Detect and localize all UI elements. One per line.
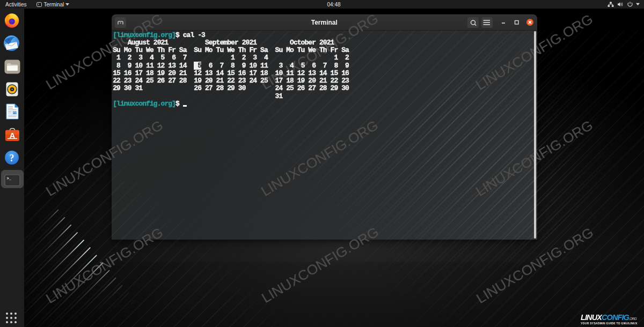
svg-text:>_: >_: [7, 176, 12, 180]
svg-text:?: ?: [10, 153, 14, 164]
